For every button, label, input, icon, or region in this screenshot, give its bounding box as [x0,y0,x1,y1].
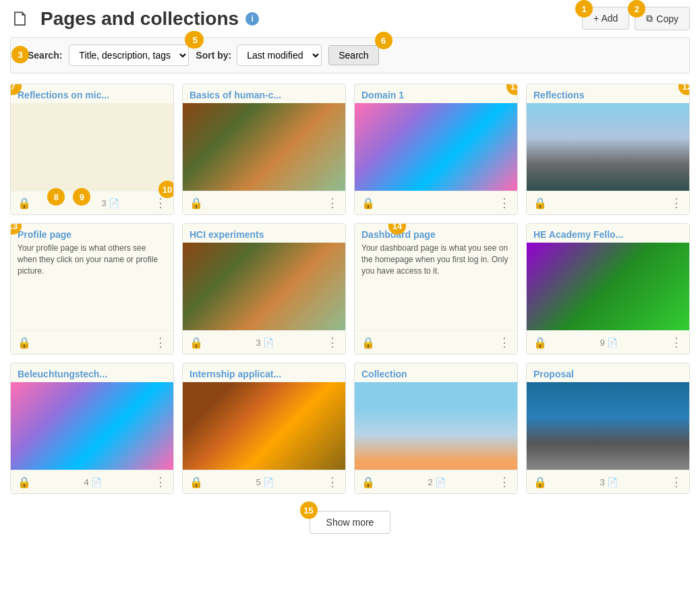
count-value: 4 [84,477,88,487]
card-image-hci [183,243,345,330]
search-btn-wrap: 6 Search [328,45,378,65]
card-menu-button[interactable]: ⋮ [326,474,339,489]
page-header: 🗋 Pages and collections i 1 + Add 2 ⧉ Co… [10,7,690,30]
card-count: 3 📄 [256,338,273,348]
card-image-collection [355,382,517,470]
card-image-domain1 [355,103,517,191]
count-value: 2 [428,477,432,487]
card-menu-button[interactable]: ⋮ [498,335,511,350]
card-title-collection[interactable]: Collection [355,363,517,382]
card-image-academy [527,243,689,330]
card-footer-reflections: 🔒 ⋮ [527,191,689,214]
card-desc-dashboard: Your dashboard page is what you see on t… [355,243,517,289]
card-menu-button[interactable]: ⋮ [326,335,339,350]
card-collection: Collection 🔒 2 📄 ⋮ [354,363,518,494]
card-title-reflections-on-mic[interactable]: Reflections on mic... [11,84,173,103]
card-title-basics[interactable]: Basics of human-c... [183,84,345,103]
card-domain-1: 11 Domain 1 🔒 ⋮ [354,84,518,215]
count-value: 9 [600,338,604,348]
card-image-proposal [527,382,689,470]
count-value: 3 [102,198,107,208]
sort-label: Sort by: [196,50,231,61]
search-label: Search: [28,50,62,61]
badge-6: 6 [375,32,392,49]
copy-label: Copy [656,13,678,24]
card-dashboard-page: 14 Dashboard page Your dashboard page is… [354,223,518,355]
page-wrapper: 🗋 Pages and collections i 1 + Add 2 ⧉ Co… [0,0,700,547]
card-desc-profile: Your profile page is what others see whe… [11,243,173,289]
card-title-proposal[interactable]: Proposal [527,363,689,382]
lock-icon: 🔒 [361,336,375,349]
page-title: Pages and collections [40,8,239,30]
card-he-academy: HE Academy Fello... 🔒 9 📄 ⋮ [526,223,690,355]
lock-icon: 🔒 [533,336,547,349]
card-title-academy[interactable]: HE Academy Fello... [527,224,689,243]
sort-wrap: 5 Sort by: Last modified Title Date crea… [196,44,322,66]
card-title-beleuchtung[interactable]: Beleuchtungstech... [11,363,173,382]
lock-icon: 🔒 [533,197,547,210]
card-menu-button[interactable]: ⋮ [670,335,682,350]
badge-15-wrap: 15 Show more [310,511,391,534]
badge-9: 9 [73,188,90,206]
page-title-area: 🗋 Pages and collections i [10,7,259,30]
card-menu-button[interactable]: ⋮ [154,335,167,350]
copy-icon: ⧉ [646,13,653,24]
card-count: 9 📄 [600,338,617,348]
card-menu-button[interactable]: ⋮ [670,195,682,210]
search-button[interactable]: Search [328,45,378,65]
show-more-area: 15 Show more [10,504,690,541]
search-field-select[interactable]: Title, description, tags Title Tags [69,44,189,66]
badge-8: 8 [47,188,65,206]
card-title-internship[interactable]: Internship applicat... [183,363,345,382]
card-menu-button[interactable]: ⋮ [670,474,682,489]
info-icon[interactable]: i [245,12,259,26]
card-footer-collection: 🔒 2 📄 ⋮ [355,470,517,493]
pages-icon: 📄 [435,477,446,487]
card-footer-proposal: 🔒 3 📄 ⋮ [527,470,689,493]
count-value: 3 [256,338,260,348]
card-menu-button[interactable]: ⋮ [498,474,511,489]
card-profile-page: 13 Profile page Your profile page is wha… [10,223,174,355]
header-buttons: 1 + Add 2 ⧉ Copy [582,7,690,30]
card-proposal: Proposal 🔒 3 📄 ⋮ [526,363,690,494]
badge-5: 5 [186,31,204,49]
card-count: 3 📄 [102,198,119,208]
card-menu-button[interactable]: ⋮ [498,195,511,210]
lock-icon: 🔒 [189,476,203,489]
sort-select[interactable]: Last modified Title Date created [237,44,322,66]
card-title-hci[interactable]: HCI experiments [183,224,345,243]
lock-icon: 🔒 [361,476,375,489]
card-count: 3 📄 [600,477,617,487]
card-footer-reflections-on-mic: 🔒 8 9 3 📄 10 ⋮ [11,191,173,214]
count-value: 3 [600,477,604,487]
card-internship: Internship applicat... 🔒 5 📄 ⋮ [182,363,346,494]
lock-icon: 🔒 [361,197,375,210]
lock-icon: 🔒 [18,197,31,210]
show-more-button[interactable]: Show more [310,511,391,534]
card-image-internship [183,382,345,470]
pages-icon: 📄 [91,477,102,487]
card-menu-button[interactable]: ⋮ [326,195,339,210]
card-basics-of-human: Basics of human-c... 🔒 ⋮ [182,84,346,215]
pages-icon: 📄 [607,477,618,487]
page-icon: 🗋 [10,7,30,30]
card-reflections: 12 Reflections 🔒 ⋮ [526,84,690,215]
card-menu-button[interactable]: ⋮ [154,196,167,210]
card-menu-button[interactable]: ⋮ [154,474,167,489]
card-footer-hci: 🔒 3 📄 ⋮ [183,330,345,354]
pages-icon: 📄 [109,198,119,208]
card-footer-dashboard: 🔒 ⋮ [355,330,517,354]
badge-10: 10 [158,181,174,198]
card-title-dashboard[interactable]: Dashboard page [355,224,517,243]
card-count: 2 📄 [428,477,445,487]
search-bar: 3 Search: 4 Title, description, tags Tit… [10,37,690,73]
lock-icon: 🔒 [533,476,547,489]
lock-icon: 🔒 [189,336,203,349]
card-title-profile[interactable]: Profile page [11,224,173,243]
card-footer-domain1: 🔒 ⋮ [355,191,517,214]
lock-icon: 🔒 [18,336,31,349]
card-title-domain1[interactable]: Domain 1 [355,84,517,103]
card-title-reflections[interactable]: Reflections [527,84,689,103]
search-select-wrap: 4 Title, description, tags Title Tags [69,44,189,66]
card-reflections-on-mic: 7 Reflections on mic... 🔒 8 9 3 📄 10 ⋮ [10,84,174,215]
